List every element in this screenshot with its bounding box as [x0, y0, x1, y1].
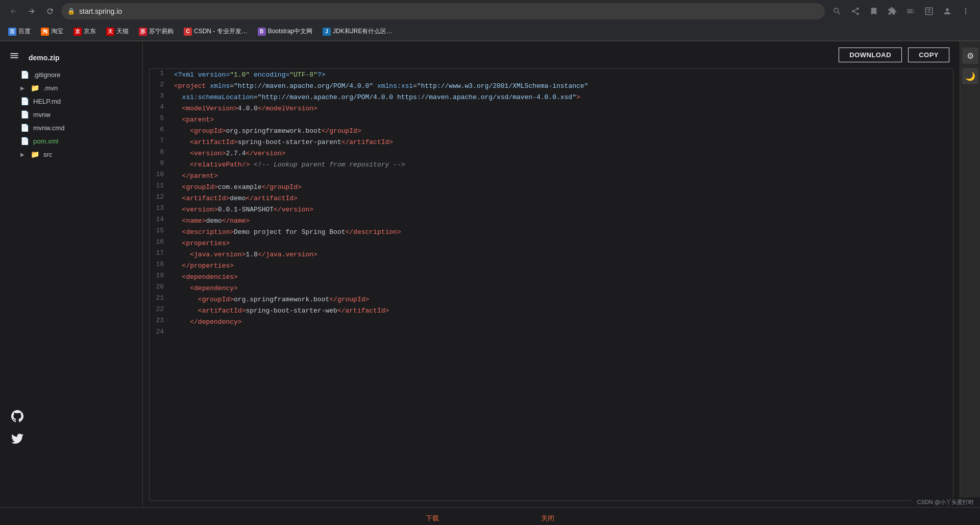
code-line-12: 12 <artifactId>demo</artifactId> — [150, 193, 953, 204]
file-item-mvnw[interactable]: 📄 mvnw — [4, 108, 138, 121]
line-number: 21 — [150, 294, 170, 305]
line-number: 8 — [150, 148, 170, 159]
line-code: </parent> — [170, 170, 953, 181]
csdn-favicon: C — [184, 28, 192, 36]
forward-button[interactable] — [24, 4, 39, 18]
code-line-17: 17 <java.version>1.8</java.version> — [150, 249, 953, 260]
bookmark-jdk[interactable]: J JDK和JRE有什么区… — [318, 25, 397, 38]
expand-arrow-mvn: ▶ — [20, 85, 27, 91]
file-tree: 📄 .gitignore ▶ 📁 .mvn 📄 HELP.md 📄 mvnw 📄… — [0, 68, 142, 161]
bookmark-baidu[interactable]: 百 百度 — [4, 25, 35, 38]
jd-label: 京东 — [84, 27, 96, 36]
code-line-11: 11 <groupId>com.example</groupId> — [150, 181, 953, 193]
file-icon-pomxml: 📄 — [20, 137, 29, 145]
code-line-20: 20 <dependency> — [150, 282, 953, 294]
line-number: 11 — [150, 181, 170, 193]
right-panel: ⚙ 🌙 — [960, 41, 980, 507]
line-number: 12 — [150, 193, 170, 204]
reload-button[interactable] — [43, 4, 57, 18]
profile-button[interactable] — [939, 3, 955, 19]
line-number: 16 — [150, 237, 170, 249]
line-number: 5 — [150, 114, 170, 125]
file-item-mvn[interactable]: ▶ 📁 .mvn — [4, 81, 138, 94]
back-button[interactable] — [6, 4, 20, 18]
code-line-5: 5 <parent> — [150, 114, 953, 125]
line-number: 6 — [150, 125, 170, 136]
bookmark-taobao[interactable]: 淘 淘宝 — [37, 25, 67, 38]
file-item-pomxml[interactable]: 📄 pom.xml — [4, 134, 138, 148]
code-line-4: 4 <modelVersion>4.0.0</modelVersion> — [150, 103, 953, 114]
address-bar[interactable]: 🔒 start.spring.io — [61, 3, 825, 19]
settings-button[interactable]: ⚙ — [962, 47, 978, 64]
suning-favicon: 苏 — [139, 28, 147, 36]
line-code: <version>0.0.1-SNAPSHOT</version> — [170, 204, 953, 215]
share-button[interactable] — [847, 3, 864, 19]
code-line-10: 10 </parent> — [150, 170, 953, 181]
line-number: 1 — [150, 69, 170, 80]
bookmark-button[interactable] — [866, 3, 882, 19]
file-name-gitignore: .gitignore — [33, 71, 60, 79]
file-item-gitignore[interactable]: 📄 .gitignore — [4, 68, 138, 81]
file-item-mvnwcmd[interactable]: 📄 mvnw.cmd — [4, 121, 138, 134]
tab-search-button[interactable] — [902, 3, 919, 19]
code-line-18: 18 </properties> — [150, 260, 953, 271]
extensions-button[interactable] — [884, 3, 900, 19]
line-code: <dependencies> — [170, 271, 953, 282]
line-number: 13 — [150, 204, 170, 215]
line-number: 3 — [150, 91, 170, 103]
menu-button[interactable] — [958, 3, 974, 19]
twitter-icon[interactable] — [10, 432, 24, 446]
lock-icon: 🔒 — [67, 8, 75, 15]
code-container[interactable]: 1 <?xml version="1.0" encoding="UTF-8"?>… — [149, 68, 953, 501]
bookmark-bootstrap[interactable]: B Bootstrap中文网 — [254, 25, 316, 38]
line-code: <parent> — [170, 114, 953, 125]
copy-button[interactable]: COPY — [908, 47, 949, 62]
jd-favicon: 京 — [74, 28, 82, 36]
tianmao-label: 天猫 — [116, 27, 129, 36]
line-code: <name>demo</name> — [170, 215, 953, 226]
suning-label: 苏宁易购 — [149, 27, 174, 36]
taobao-favicon: 淘 — [41, 28, 49, 36]
bottom-labels: 下载 关闭 — [426, 514, 554, 523]
bookmarks-bar: 百 百度 淘 淘宝 京 京东 天 天猫 苏 苏宁易购 C CSDN - 专业开发… — [0, 22, 980, 41]
bookmark-jd[interactable]: 京 京东 — [69, 25, 100, 38]
file-icon-mvnw: 📄 — [20, 110, 29, 118]
github-icon[interactable] — [10, 409, 24, 423]
file-item-helpmd[interactable]: 📄 HELP.md — [4, 94, 138, 108]
line-code: <dependency> — [170, 282, 953, 294]
file-name-pomxml: pom.xml — [33, 137, 58, 145]
line-code: <?xml version="1.0" encoding="UTF-8"?> — [170, 69, 953, 80]
line-code: <artifactId>spring-boot-starter-web</art… — [170, 305, 953, 316]
line-code: <version>2.7.4</version> — [170, 148, 953, 159]
search-button[interactable] — [829, 3, 845, 19]
download-button[interactable]: DOWNLOAD — [839, 47, 902, 62]
baidu-label: 百度 — [18, 27, 31, 36]
line-number: 9 — [150, 159, 170, 170]
bookmark-suning[interactable]: 苏 苏宁易购 — [135, 25, 178, 38]
folder-icon-src: 📁 — [31, 150, 39, 158]
code-line-16: 16 <properties> — [150, 237, 953, 249]
status-bar: CSDN @小丫头爱打时 — [911, 497, 980, 507]
theme-toggle-button[interactable]: 🌙 — [962, 68, 978, 84]
taobao-label: 淘宝 — [51, 27, 63, 36]
bookmark-tianmao[interactable]: 天 天猫 — [102, 25, 133, 38]
file-item-src[interactable]: ▶ 📁 src — [4, 148, 138, 161]
expand-arrow-src: ▶ — [20, 152, 27, 157]
line-number: 10 — [150, 170, 170, 181]
code-line-19: 19 <dependencies> — [150, 271, 953, 282]
code-line-21: 21 <groupId>org.springframework.boot</gr… — [150, 294, 953, 305]
code-line-14: 14 <name>demo</name> — [150, 215, 953, 226]
window-button[interactable] — [921, 3, 937, 19]
line-code: </properties> — [170, 260, 953, 271]
sidebar-toggle-button[interactable] — [9, 51, 19, 63]
bookmark-csdn[interactable]: C CSDN - 专业开发… — [180, 25, 252, 38]
jdk-favicon: J — [323, 28, 331, 36]
csdn-label: CSDN - 专业开发… — [194, 27, 248, 36]
bootstrap-label: Bootstrap中文网 — [268, 27, 312, 36]
line-code: <groupId>org.springframework.boot</group… — [170, 294, 953, 305]
file-name-help: HELP.md — [33, 98, 61, 105]
file-name-mvnw: mvnw — [33, 111, 51, 118]
code-line-9: 9 <relativePath/> <!-- Lookup parent fro… — [150, 159, 953, 170]
line-number: 23 — [150, 316, 170, 327]
code-toolbar: DOWNLOAD COPY — [143, 41, 960, 68]
